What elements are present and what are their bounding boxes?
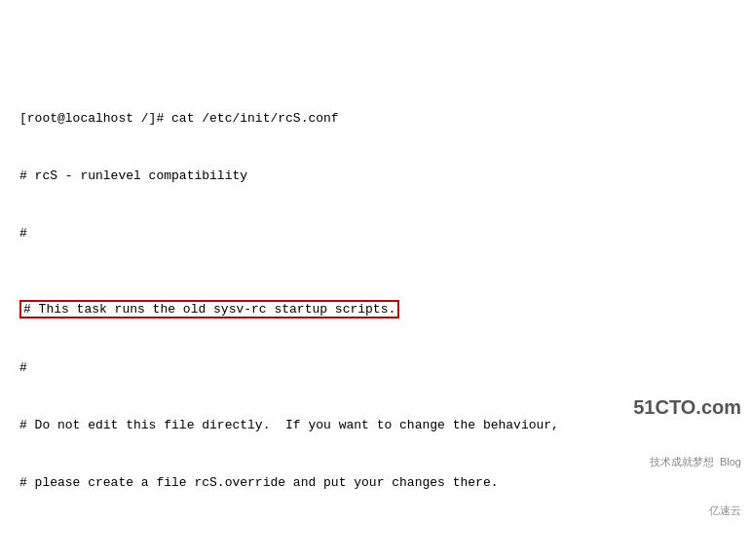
line-7: # please create a file rcS.override and … <box>19 473 732 493</box>
line-4: # This task runs the old sysv-rc startup… <box>19 300 732 319</box>
line-6: # Do not edit this file directly. If you… <box>19 416 732 435</box>
watermark: 51CTO.com 技术成就梦想 Blog 亿速云 <box>633 360 741 550</box>
line-3: # <box>19 224 732 243</box>
code-content: [root@localhost /]# cat /etc/init/rcS.co… <box>10 46 741 560</box>
terminal-window: [root@localhost /]# cat /etc/init/rcS.co… <box>0 0 751 560</box>
line-2: # rcS - runlevel compatibility <box>19 167 732 186</box>
line-1: [root@localhost /]# cat /etc/init/rcS.co… <box>19 109 732 129</box>
highlight-box-1: # This task runs the old sysv-rc startup… <box>19 300 399 318</box>
watermark-main: 51CTO.com <box>633 392 741 422</box>
line-5: # <box>19 358 732 378</box>
watermark-sub1: 技术成就梦想 Blog <box>633 454 741 470</box>
watermark-sub2: 亿速云 <box>633 503 741 519</box>
line-8 <box>19 531 732 550</box>
